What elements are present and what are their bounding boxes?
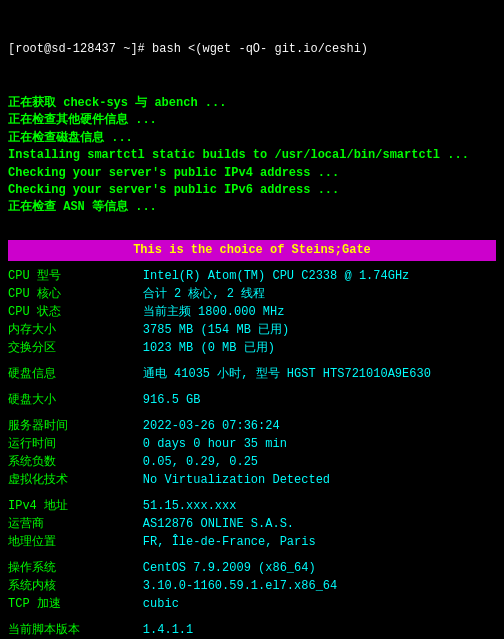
status-line: Checking your server's public IPv4 addre… (8, 165, 496, 182)
prompt-line: [root@sd-128437 ~]# bash <(wget -qO- git… (8, 41, 496, 58)
header-bar: This is the choice of Steins;Gate (8, 240, 496, 261)
row-label: IPv4 地址 (8, 497, 143, 515)
row-label: TCP 加速 (8, 595, 143, 613)
status-line: 正在检查磁盘信息 ... (8, 130, 496, 147)
table-row: CPU 状态当前主频 1800.000 MHz (8, 303, 496, 321)
row-value: 合计 2 核心, 2 线程 (143, 285, 496, 303)
table-row: 系统内核3.10.0-1160.59.1.el7.x86_64 (8, 577, 496, 595)
row-label: 运营商 (8, 515, 143, 533)
row-label: CPU 核心 (8, 285, 143, 303)
table-row: TCP 加速cubic (8, 595, 496, 613)
row-label: 虚拟化技术 (8, 471, 143, 489)
table-row: 内存大小3785 MB (154 MB 已用) (8, 321, 496, 339)
table-row: 运行时间0 days 0 hour 35 min (8, 435, 496, 453)
row-value: 1.4.1.1 (143, 621, 496, 639)
row-label: 地理位置 (8, 533, 143, 551)
row-value: 3785 MB (154 MB 已用) (143, 321, 496, 339)
row-value: AS12876 ONLINE S.A.S. (143, 515, 496, 533)
row-label: 当前脚本版本 (8, 621, 143, 639)
row-value: 916.5 GB (143, 391, 496, 409)
row-value: 0.05, 0.29, 0.25 (143, 453, 496, 471)
status-line: Installing smartctl static builds to /us… (8, 147, 496, 164)
table-row: 虚拟化技术No Virtualization Detected (8, 471, 496, 489)
row-label: CPU 状态 (8, 303, 143, 321)
row-label: 运行时间 (8, 435, 143, 453)
row-value: 1023 MB (0 MB 已用) (143, 339, 496, 357)
row-value: 2022-03-26 07:36:24 (143, 417, 496, 435)
table-row (8, 551, 496, 559)
status-line: 正在检查其他硬件信息 ... (8, 112, 496, 129)
row-label: 内存大小 (8, 321, 143, 339)
table-row: CPU 型号Intel(R) Atom(TM) CPU C2338 @ 1.74… (8, 267, 496, 285)
status-line: Checking your server's public IPv6 addre… (8, 182, 496, 199)
row-label: CPU 型号 (8, 267, 143, 285)
row-label: 系统负数 (8, 453, 143, 471)
table-row: 交换分区1023 MB (0 MB 已用) (8, 339, 496, 357)
table-row: 系统负数0.05, 0.29, 0.25 (8, 453, 496, 471)
row-value: 当前主频 1800.000 MHz (143, 303, 496, 321)
row-label: 系统内核 (8, 577, 143, 595)
status-line: 正在检查 ASN 等信息 ... (8, 199, 496, 216)
row-label: 硬盘信息 (8, 365, 143, 383)
table-row (8, 613, 496, 621)
status-lines: 正在获取 check-sys 与 abench ...正在检查其他硬件信息 ..… (8, 95, 496, 217)
row-label: 硬盘大小 (8, 391, 143, 409)
table-row (8, 489, 496, 497)
row-value: CentOS 7.9.2009 (x86_64) (143, 559, 496, 577)
row-value: 3.10.0-1160.59.1.el7.x86_64 (143, 577, 496, 595)
row-value: 通电 41035 小时, 型号 HGST HTS721010A9E630 (143, 365, 496, 383)
table-row: 操作系统CentOS 7.9.2009 (x86_64) (8, 559, 496, 577)
row-label: 操作系统 (8, 559, 143, 577)
row-value: cubic (143, 595, 496, 613)
row-label: 交换分区 (8, 339, 143, 357)
row-value: FR, Île-de-France, Paris (143, 533, 496, 551)
table-row (8, 383, 496, 391)
table-row: 硬盘信息通电 41035 小时, 型号 HGST HTS721010A9E630 (8, 365, 496, 383)
row-value: 51.15.xxx.xxx (143, 497, 496, 515)
table-row: IPv4 地址51.15.xxx.xxx (8, 497, 496, 515)
row-label: 服务器时间 (8, 417, 143, 435)
table-row: 当前脚本版本1.4.1.1 (8, 621, 496, 639)
table-row: 运营商AS12876 ONLINE S.A.S. (8, 515, 496, 533)
table-row: 服务器时间2022-03-26 07:36:24 (8, 417, 496, 435)
row-value: No Virtualization Detected (143, 471, 496, 489)
row-value: Intel(R) Atom(TM) CPU C2338 @ 1.74GHz (143, 267, 496, 285)
table-row: 硬盘大小916.5 GB (8, 391, 496, 409)
table-row (8, 409, 496, 417)
status-line: 正在获取 check-sys 与 abench ... (8, 95, 496, 112)
row-value: 0 days 0 hour 35 min (143, 435, 496, 453)
table-row (8, 357, 496, 365)
info-table: CPU 型号Intel(R) Atom(TM) CPU C2338 @ 1.74… (8, 267, 496, 639)
table-row: CPU 核心合计 2 核心, 2 线程 (8, 285, 496, 303)
table-row: 地理位置FR, Île-de-France, Paris (8, 533, 496, 551)
